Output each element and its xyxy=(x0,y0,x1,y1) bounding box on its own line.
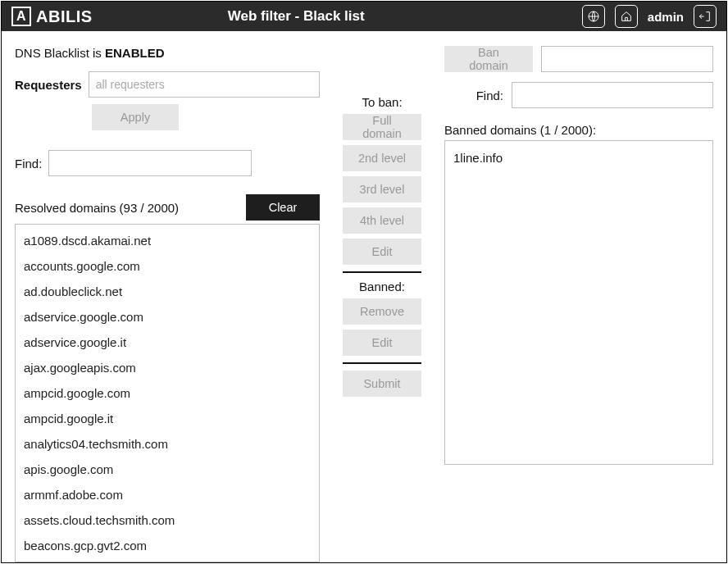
list-item[interactable]: adservice.google.it xyxy=(16,330,319,355)
find-label-left: Find: xyxy=(15,157,42,171)
list-item[interactable]: adservice.google.com xyxy=(16,304,319,330)
titlebar: A ABILIS Web filter - Black list admin xyxy=(2,2,726,31)
middle-pane: To ban: Full domain 2nd level 3rd level … xyxy=(336,46,428,562)
list-item[interactable]: accounts.google.com xyxy=(16,253,319,279)
list-item[interactable]: 1line.info xyxy=(453,148,704,168)
left-pane: DNS Blacklist is ENABLED Requesters Appl… xyxy=(15,46,320,562)
requesters-row: Requesters xyxy=(15,71,320,98)
find-row-right: Find: xyxy=(444,82,713,108)
submit-stack: Submit xyxy=(343,371,421,397)
find-input-left[interactable] xyxy=(48,150,252,176)
banned-stack: Remove Edit xyxy=(343,298,421,356)
banned-section-label: Banned: xyxy=(359,280,405,293)
find-label-right: Find: xyxy=(476,89,503,102)
third-level-button[interactable]: 3rd level xyxy=(343,176,421,202)
app-frame: A ABILIS Web filter - Black list admin D… xyxy=(1,1,727,563)
globe-icon[interactable] xyxy=(582,5,605,28)
edit-toban-button[interactable]: Edit xyxy=(343,239,421,265)
resolved-domains-list[interactable]: a1089.dscd.akamai.netaccounts.google.com… xyxy=(15,224,320,562)
list-item[interactable]: assets.cloud.techsmith.com xyxy=(16,507,319,533)
requesters-input[interactable] xyxy=(89,71,320,98)
page-title: Web filter - Black list xyxy=(19,8,574,25)
list-item[interactable]: ampcid.google.com xyxy=(16,380,319,406)
list-item[interactable]: beacons.gcp.gvt2.com xyxy=(16,533,319,558)
ban-domain-button[interactable]: Ban domain xyxy=(444,46,533,72)
home-icon[interactable] xyxy=(615,5,638,28)
resolved-domains-label: Resolved domains (93 / 2000) xyxy=(15,201,239,215)
list-item[interactable]: ad.doubleclick.net xyxy=(16,279,319,304)
ban-domain-input[interactable] xyxy=(541,46,713,72)
list-item[interactable]: analytics04.techsmith.com xyxy=(16,431,319,457)
apply-button[interactable]: Apply xyxy=(92,104,179,130)
list-item[interactable]: ampcid.google.it xyxy=(16,406,319,431)
remove-button[interactable]: Remove xyxy=(343,298,421,325)
right-pane: Ban domain Find: Banned domains (1 / 200… xyxy=(444,46,713,562)
to-ban-stack: Full domain 2nd level 3rd level 4th leve… xyxy=(343,114,421,265)
logout-icon[interactable] xyxy=(694,5,717,28)
fourth-level-button[interactable]: 4th level xyxy=(343,207,421,234)
ban-domain-row: Ban domain xyxy=(444,46,713,72)
full-domain-button[interactable]: Full domain xyxy=(343,114,421,140)
username: admin xyxy=(648,10,684,24)
to-ban-label: To ban: xyxy=(362,95,402,109)
banned-domains-label: Banned domains (1 / 2000): xyxy=(444,123,713,137)
content: DNS Blacklist is ENABLED Requesters Appl… xyxy=(2,31,726,562)
list-item[interactable]: apis.google.com xyxy=(16,457,319,482)
requesters-label: Requesters xyxy=(15,78,82,92)
second-level-button[interactable]: 2nd level xyxy=(343,145,421,171)
divider-1 xyxy=(343,271,421,273)
clear-button[interactable]: Clear xyxy=(246,194,320,221)
find-input-right[interactable] xyxy=(512,82,713,108)
top-icons: admin xyxy=(582,5,717,28)
list-item[interactable]: a1089.dscd.akamai.net xyxy=(16,228,319,253)
edit-banned-button[interactable]: Edit xyxy=(343,330,421,356)
list-item[interactable]: ajax.googleapis.com xyxy=(16,355,319,380)
apply-row: Apply xyxy=(15,104,320,130)
submit-button[interactable]: Submit xyxy=(343,371,421,397)
divider-2 xyxy=(343,362,421,364)
resolved-header: Resolved domains (93 / 2000) Clear xyxy=(15,194,320,221)
find-row-left: Find: xyxy=(15,150,320,176)
blacklist-status: DNS Blacklist is ENABLED xyxy=(15,46,320,60)
banned-domains-list[interactable]: 1line.info xyxy=(444,140,713,465)
list-item[interactable]: armmf.adobe.com xyxy=(16,482,319,507)
